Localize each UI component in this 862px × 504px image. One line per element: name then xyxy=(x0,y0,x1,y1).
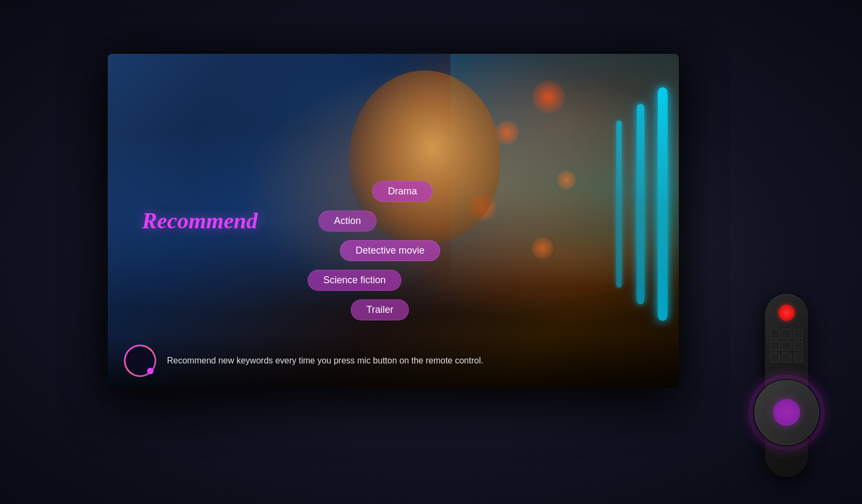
screen-ui: Recommend Drama Action Detective movie S… xyxy=(108,54,679,388)
nav-center-button[interactable] xyxy=(773,399,800,426)
pill-row-trailer: Trailer xyxy=(308,299,593,325)
recommend-label: Recommend xyxy=(142,208,258,234)
keyword-pill-scifi[interactable]: Science fiction xyxy=(308,270,401,291)
bottom-bar: Recommend new keywords every time you pr… xyxy=(108,334,679,388)
remote-num-2[interactable] xyxy=(782,329,791,339)
tv-frame: Recommend Drama Action Detective movie S… xyxy=(108,54,679,388)
keyword-pill-action[interactable]: Action xyxy=(318,211,377,232)
voice-dot xyxy=(147,368,154,374)
keywords-area: Drama Action Detective movie Science fic… xyxy=(308,181,593,329)
remote-number-grid xyxy=(770,329,803,362)
remote-num-3[interactable] xyxy=(794,329,803,339)
pill-row-detective: Detective movie xyxy=(308,240,593,265)
remote-control xyxy=(743,251,830,477)
pill-row-drama: Drama xyxy=(308,181,593,206)
remote-nav-wheel[interactable] xyxy=(754,380,819,445)
remote-num-7[interactable] xyxy=(770,353,780,362)
pill-row-scifi: Science fiction xyxy=(308,270,593,295)
voice-assistant-icon[interactable] xyxy=(124,345,156,377)
remote-num-6[interactable] xyxy=(794,341,803,351)
pill-row-action: Action xyxy=(308,211,593,236)
scene-wrapper: Recommend Drama Action Detective movie S… xyxy=(0,0,862,504)
remote-num-5[interactable] xyxy=(782,341,791,351)
remote-power-button[interactable] xyxy=(778,305,795,321)
remote-num-8[interactable] xyxy=(782,353,791,362)
keyword-pill-drama[interactable]: Drama xyxy=(372,181,433,202)
remote-num-4[interactable] xyxy=(770,341,780,351)
remote-num-1[interactable] xyxy=(770,329,780,339)
keyword-pill-detective[interactable]: Detective movie xyxy=(340,240,440,261)
tv-screen: Recommend Drama Action Detective movie S… xyxy=(108,54,679,388)
keyword-pill-trailer[interactable]: Trailer xyxy=(351,299,409,320)
remote-num-9[interactable] xyxy=(794,353,803,362)
bottom-instruction-text: Recommend new keywords every time you pr… xyxy=(167,356,483,366)
